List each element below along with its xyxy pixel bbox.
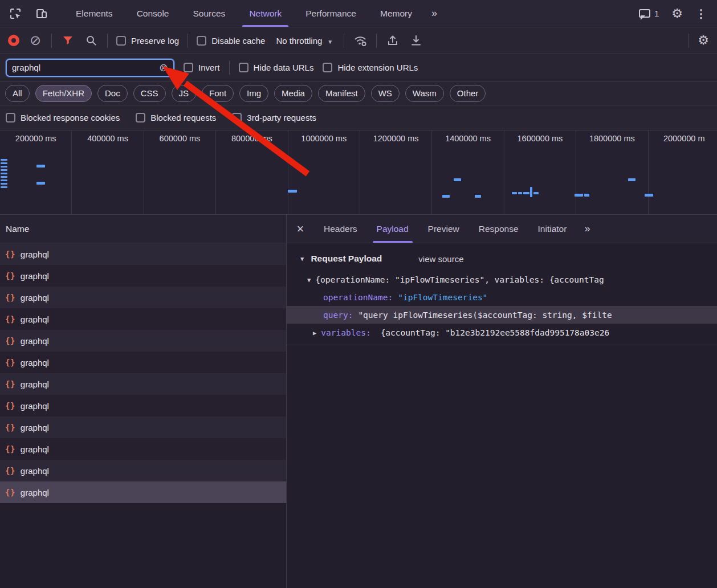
message-count: 1 [654,9,659,18]
main-tab-label: Memory [380,9,412,19]
hide-data-urls-checkbox[interactable] [239,63,248,72]
json-key: variables: [321,328,370,337]
clear-filter-icon[interactable] [159,62,168,73]
extra-filter-toggle[interactable]: Blocked requests [136,113,216,122]
import-har-icon[interactable] [385,33,400,48]
request-row[interactable]: graphql [0,438,286,460]
main-tabs: Elements Console Sources Network Perform… [64,0,445,27]
kebab-menu-icon[interactable] [695,8,707,19]
request-row[interactable]: graphql [0,287,286,308]
type-filter-chip[interactable]: Img [239,85,268,102]
request-row[interactable]: graphql [0,395,286,416]
type-filter-chip[interactable]: Doc [97,85,128,102]
details-tab[interactable]: Payload [367,215,418,243]
main-tab[interactable]: Elements [64,0,125,27]
type-filter-chip[interactable]: Manifest [318,85,365,102]
request-row[interactable]: graphql [0,352,286,373]
type-filter-chip[interactable]: Wasm [405,85,444,102]
type-filter-chip-label: Manifest [325,88,358,98]
json-key: operationName: [323,293,393,302]
hide-extension-urls-toggle[interactable]: Hide extension URLs [323,63,418,72]
timeline-column: 1000000 ms [288,130,360,214]
details-tab[interactable]: Preview [418,215,469,243]
type-filter-chip[interactable]: Font [202,85,234,102]
type-filter-chip-label: JS [179,88,189,98]
main-tab[interactable]: Performance [294,0,368,27]
type-filter-chip[interactable]: Other [450,85,486,102]
chevrons-right-icon [431,7,437,19]
type-filter-chip[interactable]: Fetch/XHR [35,85,92,102]
extra-filter-toggle[interactable]: Blocked response cookies [6,113,120,122]
timeline-tick-label: 200000 ms [15,134,56,143]
details-tab[interactable]: Initiator [528,215,577,243]
main-tab[interactable]: Network [237,0,294,27]
type-filter-chip[interactable]: Media [274,85,312,102]
request-row[interactable]: graphql [0,330,286,352]
type-filter-chip-label: Wasm [413,88,437,98]
request-row[interactable]: graphql [0,416,286,438]
type-filter-chip[interactable]: All [5,85,30,102]
payload-query-row[interactable]: query: "query ipFlowTimeseries($accountT… [287,306,717,324]
extra-filter-checkbox[interactable] [232,113,242,122]
inspect-element-icon[interactable] [9,7,22,20]
divider [107,34,108,48]
view-source-link[interactable]: view source [418,254,463,264]
filter-icon[interactable] [60,33,75,48]
expand-triangle-icon[interactable] [313,329,316,336]
close-details-icon[interactable] [287,223,314,235]
expand-triangle-icon[interactable] [307,276,311,283]
type-filter-chip[interactable]: JS [172,85,197,102]
filter-input[interactable] [12,63,159,72]
network-settings-gear-icon[interactable] [698,34,709,47]
details-tab[interactable]: Headers [314,215,367,243]
record-button[interactable] [8,35,19,46]
network-overview-timeline[interactable]: 200000 ms 400000 ms 600000 ms 800000 ms … [0,130,717,215]
request-row[interactable]: graphql [0,243,286,265]
request-row[interactable]: graphql [0,460,286,481]
type-filter-chip[interactable]: WS [371,85,400,102]
request-row[interactable]: graphql [0,265,286,287]
payload-operationname-row[interactable]: operationName: "ipFlowTimeseries" [287,288,717,306]
hide-data-urls-toggle[interactable]: Hide data URLs [239,63,314,72]
type-filter-chip[interactable]: CSS [133,85,166,102]
extra-filter-checkbox[interactable] [6,113,15,122]
request-name: graphql [21,401,49,411]
network-conditions-icon[interactable] [353,33,368,48]
preserve-log-checkbox[interactable] [116,36,126,46]
details-tab[interactable]: Response [469,215,528,243]
timeline-column: 1800000 ms [576,130,648,214]
hide-extension-urls-checkbox[interactable] [323,63,332,72]
payload-preview-row[interactable]: {operationName: "ipFlowTimeseries", vari… [287,271,717,288]
extra-filter-checkbox[interactable] [136,113,145,122]
devtools-top-right: 1 [639,0,717,27]
disable-cache-toggle[interactable]: Disable cache [197,36,265,46]
requests-name-header[interactable]: Name [0,215,286,243]
invert-checkbox[interactable] [184,63,193,72]
invert-toggle[interactable]: Invert [184,63,220,72]
clear-requests-icon[interactable] [28,33,43,48]
payload-variables-row[interactable]: variables: {accountTag: "b12e3b2192ee558… [287,324,717,341]
settings-gear-icon[interactable] [671,7,683,20]
message-bubble-icon [639,9,650,18]
hide-extension-urls-label: Hide extension URLs [337,63,418,72]
preserve-log-toggle[interactable]: Preserve log [116,36,179,46]
request-row[interactable]: graphql [0,481,286,503]
export-har-icon[interactable] [409,33,423,48]
timeline-column: 600000 ms [144,130,216,214]
more-panels-button[interactable] [424,0,445,27]
main-tab[interactable]: Memory [368,0,424,27]
disable-cache-checkbox[interactable] [197,36,206,46]
request-row[interactable]: graphql [0,308,286,330]
request-row[interactable]: graphql [0,373,286,395]
extra-filter-toggle[interactable]: 3rd-party requests [232,113,316,122]
device-toolbar-icon[interactable] [35,7,48,20]
details-tab-label: Initiator [538,224,567,234]
timeline-tick-label: 1400000 ms [445,134,491,143]
main-tab[interactable]: Console [125,0,181,27]
console-messages-indicator[interactable]: 1 [639,9,659,18]
collapse-triangle-icon[interactable] [299,255,305,262]
main-tab[interactable]: Sources [181,0,238,27]
search-icon[interactable] [84,33,99,48]
throttling-select[interactable]: No throttling [274,36,335,46]
details-more-tabs-button[interactable] [576,215,598,243]
